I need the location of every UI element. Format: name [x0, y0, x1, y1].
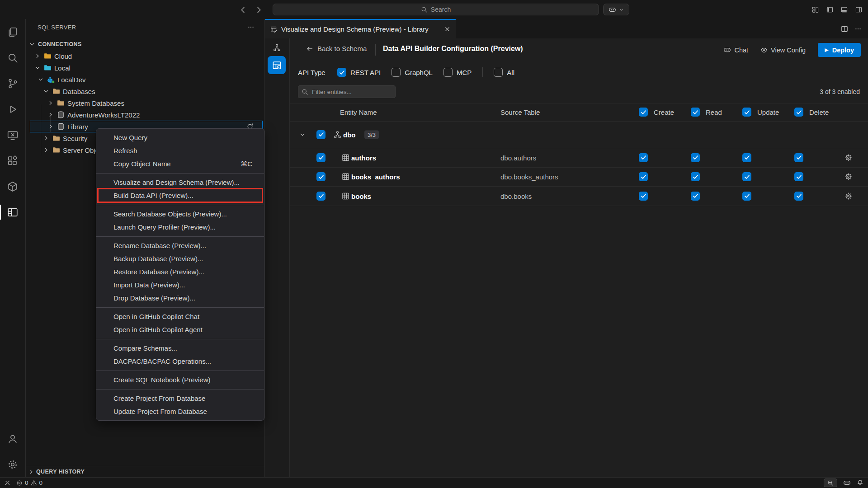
tree-item-local[interactable]: Local [26, 62, 264, 74]
update-all-checkbox[interactable] [742, 108, 751, 117]
menu-item-build-data-api-preview[interactable]: Build Data API (Preview)... [96, 189, 264, 202]
create-all-checkbox[interactable] [639, 108, 648, 117]
delete-all-checkbox[interactable] [794, 108, 803, 117]
schema-group-row-dbo[interactable]: dbo 3/3 [290, 121, 868, 148]
deploy-button[interactable]: ▶ Deploy [818, 43, 861, 57]
zoom-indicator-button[interactable] [824, 479, 837, 487]
chat-button[interactable]: Chat [723, 46, 748, 54]
menu-item-search-database-objects-preview[interactable]: Search Database Objects (Preview)... [96, 207, 264, 221]
menu-item-import-data-preview[interactable]: Import Data (Preview)... [96, 278, 264, 291]
authors-delete-checkbox[interactable] [794, 153, 803, 162]
menu-item-restore-database-preview[interactable]: Restore Database (Preview)... [96, 265, 264, 278]
authors-read-checkbox[interactable] [691, 153, 700, 162]
query-history-section[interactable]: QUERY HISTORY [26, 466, 264, 477]
tree-item-cloud[interactable]: Cloud [26, 50, 264, 62]
problems-indicator[interactable]: 0 0 [16, 479, 42, 486]
editor-more-actions-button[interactable] [854, 25, 862, 33]
menu-item-launch-query-profiler-preview[interactable]: Launch Query Profiler (Preview)... [96, 221, 264, 234]
table-icon [342, 192, 349, 200]
copilot-status-button[interactable] [843, 479, 851, 487]
copilot-menu-button[interactable] [603, 4, 629, 15]
books-update-checkbox[interactable] [742, 192, 751, 201]
remote-explorer-icon[interactable] [0, 122, 25, 148]
menu-item-create-sql-notebook-preview[interactable]: Create SQL Notebook (Preview) [96, 373, 264, 386]
menu-item-copy-object-name[interactable]: Copy Object Name⌘C [96, 157, 264, 170]
tree-item-databases[interactable]: Databases [26, 85, 264, 97]
split-editor-button[interactable] [841, 25, 848, 33]
menu-item-create-project-from-database[interactable]: Create Project From Database [96, 392, 264, 405]
authors-row-checkbox[interactable] [316, 153, 326, 162]
chevron-down-icon [43, 88, 49, 94]
menu-item-compare-schemas[interactable]: Compare Schemas... [96, 342, 264, 355]
mcp-checkbox[interactable] [443, 68, 453, 77]
menu-item-drop-database-preview[interactable]: Drop Database (Preview)... [96, 291, 264, 305]
menu-item-rename-database-preview[interactable]: Rename Database (Preview)... [96, 239, 264, 252]
books_authors-create-checkbox[interactable] [639, 172, 648, 181]
tree-item-adventureworkslt2022[interactable]: AdventureWorksLT2022 [26, 109, 264, 121]
row-settings-gear-icon[interactable] [844, 173, 852, 181]
books_authors-row-checkbox[interactable] [316, 172, 326, 181]
menu-item-visualize-and-design-schema-preview[interactable]: Visualize and Design Schema (Preview)... [96, 176, 264, 189]
books_authors-update-checkbox[interactable] [742, 172, 751, 181]
menu-item-dacpac-bacpac-operations[interactable]: DACPAC/BACPAC Operations... [96, 355, 264, 368]
nav-forward-button[interactable] [255, 5, 264, 14]
menu-item-open-in-github-copilot-chat[interactable]: Open in GitHub Copilot Chat [96, 310, 264, 323]
filter-entities-input[interactable] [298, 85, 396, 98]
rest-api-checkbox[interactable] [337, 68, 346, 77]
menu-item-refresh[interactable]: Refresh [96, 144, 264, 157]
toggle-secondary-sidebar-button[interactable] [855, 6, 862, 13]
books-create-checkbox[interactable] [639, 192, 648, 201]
books_authors-delete-checkbox[interactable] [794, 172, 803, 181]
nav-back-button[interactable] [238, 5, 247, 14]
toggle-panel-button[interactable] [841, 6, 848, 13]
menu-item-label: Backup Database (Preview)... [113, 255, 252, 263]
tab-visualize-design-schema[interactable]: Visualize and Design Schema (Preview) - … [265, 19, 456, 38]
all-checkbox[interactable] [494, 68, 503, 77]
back-to-schema-button[interactable]: Back to Schema [306, 45, 367, 52]
tree-item-localdev[interactable]: LocalDev [26, 74, 264, 85]
tree-item-system-databases[interactable]: System Databases [26, 97, 264, 109]
books-read-checkbox[interactable] [691, 192, 700, 201]
books_authors-read-checkbox[interactable] [691, 172, 700, 181]
search-icon[interactable] [0, 45, 25, 70]
chevron-down-icon [34, 65, 41, 71]
authors-create-checkbox[interactable] [639, 153, 648, 162]
entity-name: books_authors [351, 173, 400, 181]
read-all-checkbox[interactable] [691, 108, 700, 117]
row-settings-gear-icon[interactable] [844, 154, 852, 161]
menu-item-update-project-from-database[interactable]: Update Project From Database [96, 405, 264, 418]
dbo-group-checkbox[interactable] [316, 130, 326, 139]
api-option-mcp[interactable]: MCP [443, 68, 472, 77]
notifications-button[interactable] [857, 479, 863, 486]
global-search-box[interactable]: Search [273, 4, 599, 15]
settings-gear-icon[interactable] [0, 451, 25, 477]
menu-item-backup-database-preview[interactable]: Backup Database (Preview)... [96, 252, 264, 265]
row-settings-gear-icon[interactable] [844, 192, 852, 200]
explorer-icon[interactable] [0, 19, 25, 45]
section-connections[interactable]: CONNECTIONS [26, 38, 264, 50]
table-gear-icon [272, 61, 282, 70]
activity-bar [0, 19, 26, 477]
api-option-rest-api[interactable]: REST API [337, 68, 381, 77]
sql-server-icon[interactable] [0, 199, 25, 225]
run-debug-icon[interactable] [0, 96, 25, 122]
tab-close-button[interactable] [444, 26, 451, 33]
api-option-all[interactable]: All [494, 68, 514, 77]
toggle-primary-sidebar-button[interactable] [826, 6, 833, 13]
data-api-builder-view-button[interactable] [268, 56, 286, 74]
customize-layout-button[interactable] [812, 6, 819, 13]
source-control-icon[interactable] [0, 70, 25, 96]
menu-item-open-in-github-copilot-agent[interactable]: Open in GitHub Copilot Agent [96, 323, 264, 336]
disconnected-icon[interactable] [4, 479, 11, 486]
books-row-checkbox[interactable] [316, 192, 326, 201]
extensions-icon[interactable] [0, 148, 25, 174]
books-delete-checkbox[interactable] [794, 192, 803, 201]
graphql-checkbox[interactable] [392, 68, 401, 77]
menu-item-new-query[interactable]: New Query [96, 131, 264, 144]
api-option-graphql[interactable]: GraphQL [392, 68, 433, 77]
schema-diagram-view-button[interactable] [273, 44, 281, 52]
view-config-button[interactable]: View Config [760, 47, 806, 54]
authors-update-checkbox[interactable] [742, 153, 751, 162]
account-icon[interactable] [0, 426, 25, 451]
database-projects-icon[interactable] [0, 174, 25, 199]
